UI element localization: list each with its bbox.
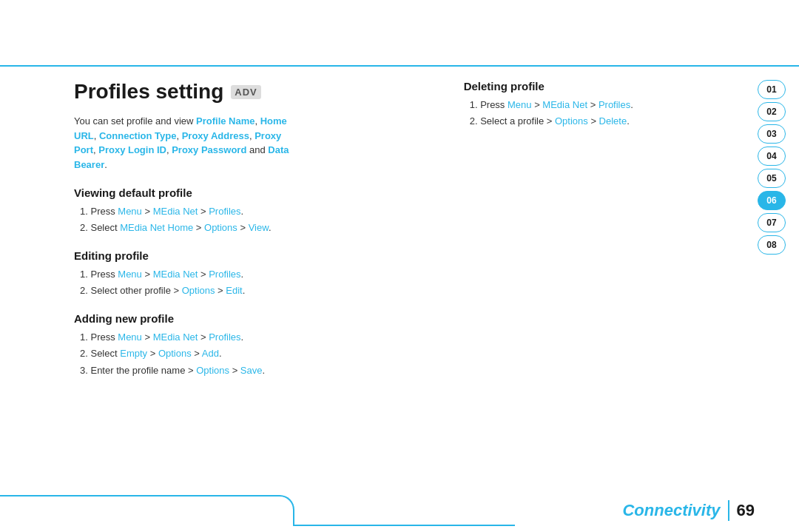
add-menu-link: Menu [118, 331, 142, 343]
edit-menu-link: Menu [118, 269, 142, 280]
add-add-link: Add [202, 348, 219, 359]
edit-medianet-link: MEdia Net [153, 269, 198, 280]
viewing-step-1: Press Menu > MEdia Net > Profiles. [80, 203, 419, 220]
deleting-step-2: Select a profile > Options > Delete. [470, 113, 740, 129]
right-column: Deleting profile Press Menu > MEdia Net … [464, 80, 740, 473]
footer-label: Connectivity [622, 501, 720, 520]
edit-options-link: Options [182, 285, 215, 296]
nav-item-05[interactable]: 05 [758, 169, 786, 188]
add-options2-link: Options [196, 365, 229, 376]
editing-step-1: Press Menu > MEdia Net > Profiles. [80, 266, 419, 283]
intro-paragraph: You can set profile and view Profile Nam… [74, 114, 419, 172]
page-title: Profiles setting ADV [74, 80, 419, 104]
viewing-steps: Press Menu > MEdia Net > Profiles. Selec… [74, 203, 419, 236]
footer-divider [728, 500, 729, 521]
nav-item-08[interactable]: 08 [758, 235, 786, 255]
nav-item-02[interactable]: 02 [758, 102, 786, 121]
edit-profiles-link: Profiles [209, 269, 240, 280]
adv-badge: ADV [231, 85, 260, 99]
add-empty-link: Empty [120, 348, 147, 359]
nav-sidebar: 01 02 03 04 05 06 07 08 [758, 80, 786, 255]
deco-curve [220, 495, 294, 526]
nav-item-03[interactable]: 03 [758, 124, 786, 144]
section-title-adding: Adding new profile [74, 312, 419, 325]
title-text: Profiles setting [74, 80, 223, 104]
viewing-step-2: Select MEdia Net Home > Options > View. [80, 220, 419, 236]
nav-item-01[interactable]: 01 [758, 80, 786, 99]
step-medianet-link: MEdia Net [153, 206, 198, 217]
section-title-viewing: Viewing default profile [74, 186, 419, 199]
del-options-link: Options [555, 115, 588, 127]
add-options-link: Options [158, 348, 192, 359]
deco-line-h2 [293, 525, 515, 526]
intro-link-proxy-password: Proxy Password [172, 144, 246, 155]
nav-item-04[interactable]: 04 [758, 147, 786, 166]
add-profiles-link: Profiles [209, 331, 240, 343]
left-column: Profiles setting ADV You can set profile… [74, 80, 419, 473]
intro-link-proxy-address: Proxy Address [182, 130, 249, 141]
del-profiles-link: Profiles [599, 99, 630, 110]
add-save-link: Save [240, 365, 263, 376]
del-menu-link: Menu [508, 99, 532, 110]
nav-item-07[interactable]: 07 [758, 213, 786, 232]
adding-steps: Press Menu > MEdia Net > Profiles. Selec… [74, 329, 419, 378]
deleting-step-1: Press Menu > MEdia Net > Profiles. [470, 97, 740, 113]
step-menu-link: Menu [118, 206, 142, 217]
step-view-link: View [249, 222, 269, 233]
content-area: Profiles setting ADV You can set profile… [74, 80, 740, 473]
edit-edit-link: Edit [226, 285, 242, 296]
intro-link-connection-type: Connection Type [99, 130, 176, 141]
section-title-editing: Editing profile [74, 249, 419, 262]
intro-link-profile-name: Profile Name [196, 115, 254, 127]
deco-line-h [0, 495, 222, 496]
del-delete-link: Delete [599, 115, 627, 127]
step-options-link: Options [204, 222, 237, 233]
adding-step-3: Enter the profile name > Options > Save. [80, 363, 419, 379]
section-title-deleting: Deleting profile [464, 80, 740, 92]
intro-link-proxy-login: Proxy Login ID [98, 144, 166, 155]
nav-item-06[interactable]: 06 [758, 191, 786, 210]
editing-steps: Press Menu > MEdia Net > Profiles. Selec… [74, 266, 419, 299]
adding-step-1: Press Menu > MEdia Net > Profiles. [80, 329, 419, 346]
add-medianet-link: MEdia Net [153, 331, 198, 343]
deleting-steps: Press Menu > MEdia Net > Profiles. Selec… [464, 97, 740, 129]
footer: Connectivity 69 [622, 500, 755, 521]
del-medianet-link: MEdia Net [542, 99, 587, 110]
top-line [0, 65, 799, 67]
adding-step-2: Select Empty > Options > Add. [80, 346, 419, 362]
footer-page-number: 69 [737, 501, 755, 520]
step-medianet-home-link: MEdia Net Home [120, 222, 193, 233]
step-profiles-link: Profiles [209, 206, 240, 217]
editing-step-2: Select other profile > Options > Edit. [80, 283, 419, 299]
